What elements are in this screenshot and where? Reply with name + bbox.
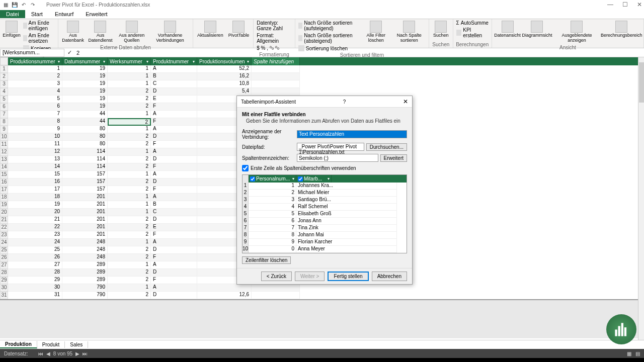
sheet-tab-produkt[interactable]: Produkt xyxy=(37,341,65,348)
tab-file[interactable]: Datei xyxy=(0,10,25,18)
row-number[interactable]: 23 xyxy=(0,231,8,239)
nav-last[interactable]: ⏭ xyxy=(83,351,88,356)
close-button[interactable]: ✕ xyxy=(637,1,642,8)
row-number[interactable]: 28 xyxy=(0,269,8,277)
tab-advanced[interactable]: Erweitert xyxy=(79,10,113,18)
table-row[interactable]: 44192D5,4 xyxy=(0,88,644,96)
separator-select[interactable]: Semikolon (;) xyxy=(297,154,378,162)
row-number[interactable]: 15 xyxy=(0,171,8,178)
format-dropdown[interactable]: Format: Allgemein xyxy=(256,32,293,44)
minimize-button[interactable]: — xyxy=(607,1,613,8)
nav-next[interactable]: ▶ xyxy=(75,351,79,356)
data-view-button[interactable]: Datenansicht xyxy=(494,20,521,39)
preview-row[interactable]: 99Florian Karcher xyxy=(243,239,407,246)
preview-row[interactable]: 88Johann Mai xyxy=(243,232,407,239)
fx-icon[interactable]: ✓ xyxy=(64,49,74,56)
formula-input[interactable]: 2 xyxy=(74,50,644,56)
row-number[interactable]: 24 xyxy=(0,239,8,246)
row-number[interactable]: 12 xyxy=(0,148,8,156)
row-number[interactable]: 17 xyxy=(0,186,8,194)
col-header-werksnummer[interactable]: Werksnummer▾ xyxy=(108,57,151,65)
first-row-checkbox[interactable] xyxy=(242,165,249,171)
dialog-help-button[interactable]: ? xyxy=(343,99,346,105)
row-number[interactable]: 3 xyxy=(0,80,8,88)
datatype-dropdown[interactable]: Datentyp: Ganze Zahl xyxy=(256,20,293,32)
preview-row[interactable]: 55Elisabeth Groß xyxy=(243,211,407,218)
preview-row[interactable]: 11Johannes Kra... xyxy=(243,183,407,190)
row-number[interactable]: 8 xyxy=(0,118,8,126)
select-all[interactable] xyxy=(0,57,8,65)
replace-button[interactable]: Am Ende ersetzen xyxy=(22,32,56,44)
existing-conn-button[interactable]: Vorhandene Verbindungen xyxy=(149,20,191,44)
name-box[interactable]: [Werksnumm... xyxy=(0,49,64,57)
sheet-tab-sales[interactable]: Sales xyxy=(65,341,88,348)
sort-asc-button[interactable]: Nach Größe sortieren (aufsteigend) xyxy=(297,20,360,32)
undo-icon[interactable]: ↶ xyxy=(20,1,27,8)
sheet-tab-produktion[interactable]: Produktion xyxy=(0,341,37,348)
table-row[interactable]: 11191A52,2 xyxy=(0,65,644,73)
col-header-datumsnummer[interactable]: Datumsnummer▾ xyxy=(62,57,108,65)
find-button[interactable]: Suchen xyxy=(431,20,451,39)
row-number[interactable]: 1 xyxy=(0,65,8,73)
col-header-produktnummer[interactable]: Produktnummer▾ xyxy=(151,57,197,65)
row-number[interactable]: 26 xyxy=(0,254,8,261)
row-number[interactable]: 5 xyxy=(0,96,8,103)
maximize-button[interactable]: ☐ xyxy=(622,1,628,8)
row-number[interactable]: 13 xyxy=(0,156,8,163)
autosum-button[interactable]: Σ AutoSumme xyxy=(455,20,490,26)
row-number[interactable]: 22 xyxy=(0,224,8,231)
row-number[interactable]: 30 xyxy=(0,284,8,292)
row-number[interactable]: 25 xyxy=(0,246,8,254)
nav-first[interactable]: ⏮ xyxy=(38,351,43,356)
from-svc-button[interactable]: Aus Datendienst xyxy=(87,20,114,44)
paste-button[interactable]: Einfügen xyxy=(2,20,21,39)
preview-col-personalnum[interactable]: Personalnum...▾ xyxy=(249,175,296,183)
row-number[interactable]: 20 xyxy=(0,209,8,216)
tab-design[interactable]: Entwurf xyxy=(49,10,79,18)
sort-desc-button[interactable]: Nach Größe sortieren (absteigend) xyxy=(297,32,360,44)
advanced-button[interactable]: Erweitert xyxy=(380,154,407,162)
dialog-close-button[interactable]: ✕ xyxy=(403,98,408,105)
row-number[interactable]: 9 xyxy=(0,126,8,133)
save-icon[interactable]: 💾 xyxy=(11,1,18,8)
conn-name-input[interactable]: Text Personalzahlen xyxy=(297,130,407,138)
col-header-produktionsvolumen[interactable]: Produktionsvolumen▾ xyxy=(197,57,252,65)
finish-button[interactable]: Fertig stellen xyxy=(328,272,368,281)
table-row[interactable]: 33191C10,8 xyxy=(0,80,644,88)
row-number[interactable]: 29 xyxy=(0,277,8,284)
row-number[interactable]: 18 xyxy=(0,194,8,201)
view-mode-1[interactable]: ▦ xyxy=(627,351,631,356)
row-number[interactable]: 21 xyxy=(0,216,8,224)
row-number[interactable]: 11 xyxy=(0,141,8,148)
show-hidden-button[interactable]: Ausgeblendete anzeigen xyxy=(553,20,600,44)
vertical-scrollbar[interactable] xyxy=(638,57,644,340)
clear-row-filter-button[interactable]: Zeilenfilter löschen xyxy=(242,256,291,264)
path-input[interactable]: _Power Pivot\Power Pivot 1\Personalzahle… xyxy=(297,143,364,151)
sort-by-column-button[interactable]: Nach Spalte sortieren xyxy=(392,20,427,44)
row-number[interactable]: 7 xyxy=(0,111,8,118)
row-number[interactable]: 6 xyxy=(0,103,8,111)
row-number[interactable]: 10 xyxy=(0,133,8,141)
preview-col1-check[interactable] xyxy=(250,176,255,182)
clear-filters-button[interactable]: Alle Filter löschen xyxy=(361,20,390,44)
tab-home[interactable]: Start xyxy=(25,10,49,18)
row-number[interactable]: 16 xyxy=(0,178,8,186)
table-row[interactable]: 31317902D12,6 xyxy=(0,292,644,299)
next-button[interactable]: Weiter > xyxy=(295,272,325,281)
table-row[interactable]: 22191B16,2 xyxy=(0,73,644,80)
preview-row[interactable]: 66Jonas Ann xyxy=(243,218,407,225)
preview-row[interactable]: 33Santiago Brü... xyxy=(243,197,407,204)
nav-prev[interactable]: ◀ xyxy=(46,351,50,356)
refresh-button[interactable]: Aktualisieren xyxy=(195,20,225,39)
cancel-button[interactable]: Abbrechen xyxy=(372,272,407,281)
from-db-button[interactable]: Aus Datenbank xyxy=(60,20,86,44)
pivottable-button[interactable]: PivotTable xyxy=(226,20,252,39)
from-other-button[interactable]: Aus anderen Quellen xyxy=(115,20,148,44)
kpi-button[interactable]: KPI erstellen xyxy=(455,27,490,39)
preview-col-mitarb[interactable]: Mitarb...▾ xyxy=(296,175,332,183)
redo-icon[interactable]: ↷ xyxy=(29,1,36,8)
row-number[interactable]: 27 xyxy=(0,261,8,269)
diagram-view-button[interactable]: Diagrammsicht xyxy=(522,20,552,39)
row-number[interactable]: 2 xyxy=(0,73,8,80)
row-number[interactable]: 4 xyxy=(0,88,8,96)
